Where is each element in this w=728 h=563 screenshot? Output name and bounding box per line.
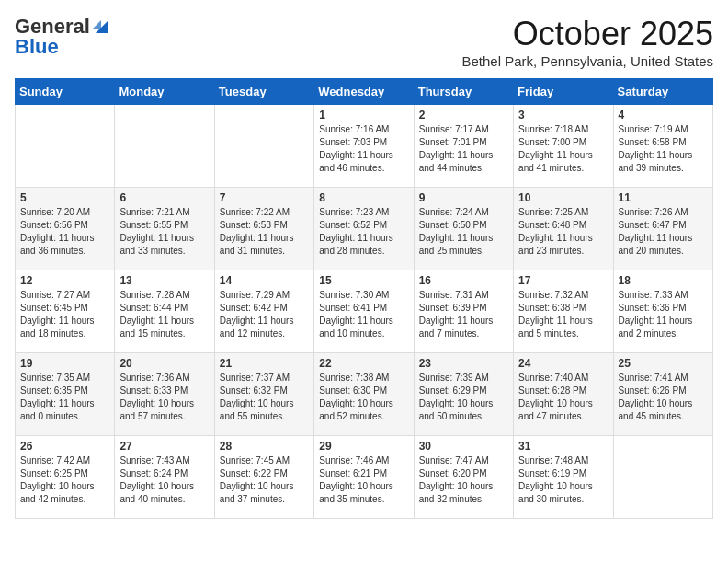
month-title: October 2025: [462, 15, 714, 53]
day-info: Sunrise: 7:24 AM Sunset: 6:50 PM Dayligh…: [419, 206, 508, 258]
day-info: Sunrise: 7:47 AM Sunset: 6:20 PM Dayligh…: [419, 454, 508, 506]
day-info: Sunrise: 7:28 AM Sunset: 6:44 PM Dayligh…: [119, 289, 209, 340]
calendar-week-4: 19Sunrise: 7:35 AM Sunset: 6:35 PM Dayli…: [16, 353, 713, 436]
calendar-cell: 16Sunrise: 7:31 AM Sunset: 6:39 PM Dayli…: [414, 270, 513, 353]
calendar-cell: 30Sunrise: 7:47 AM Sunset: 6:20 PM Dayli…: [414, 436, 513, 519]
day-number: 14: [220, 274, 309, 287]
day-number: 1: [319, 109, 408, 121]
day-number: 31: [518, 440, 608, 453]
day-number: 16: [419, 274, 508, 287]
calendar-cell: 23Sunrise: 7:39 AM Sunset: 6:29 PM Dayli…: [414, 353, 513, 436]
day-number: 2: [419, 109, 508, 121]
day-info: Sunrise: 7:46 AM Sunset: 6:21 PM Dayligh…: [319, 454, 408, 506]
calendar-cell: [214, 105, 313, 188]
day-info: Sunrise: 7:29 AM Sunset: 6:42 PM Dayligh…: [220, 289, 309, 340]
calendar-cell: 24Sunrise: 7:40 AM Sunset: 6:28 PM Dayli…: [514, 353, 613, 436]
calendar-cell: 6Sunrise: 7:21 AM Sunset: 6:55 PM Daylig…: [115, 188, 214, 270]
day-info: Sunrise: 7:32 AM Sunset: 6:38 PM Dayligh…: [518, 289, 608, 340]
calendar-week-1: 1Sunrise: 7:16 AM Sunset: 7:03 PM Daylig…: [16, 105, 713, 188]
day-info: Sunrise: 7:48 AM Sunset: 6:19 PM Dayligh…: [518, 454, 608, 506]
calendar-week-2: 5Sunrise: 7:20 AM Sunset: 6:56 PM Daylig…: [16, 188, 713, 270]
col-header-thursday: Thursday: [414, 79, 513, 105]
day-info: Sunrise: 7:22 AM Sunset: 6:53 PM Dayligh…: [220, 206, 309, 258]
day-info: Sunrise: 7:43 AM Sunset: 6:24 PM Dayligh…: [119, 454, 209, 506]
day-info: Sunrise: 7:33 AM Sunset: 6:36 PM Dayligh…: [619, 289, 708, 340]
calendar-header-row: SundayMondayTuesdayWednesdayThursdayFrid…: [16, 79, 713, 105]
col-header-wednesday: Wednesday: [314, 79, 414, 105]
col-header-sunday: Sunday: [16, 79, 115, 105]
day-info: Sunrise: 7:38 AM Sunset: 6:30 PM Dayligh…: [319, 372, 408, 423]
day-info: Sunrise: 7:45 AM Sunset: 6:22 PM Dayligh…: [220, 454, 309, 506]
day-number: 23: [419, 357, 508, 370]
day-number: 15: [319, 274, 408, 287]
day-number: 6: [119, 191, 209, 204]
calendar-cell: 15Sunrise: 7:30 AM Sunset: 6:41 PM Dayli…: [314, 270, 414, 353]
day-info: Sunrise: 7:41 AM Sunset: 6:26 PM Dayligh…: [619, 372, 708, 423]
calendar-cell: 19Sunrise: 7:35 AM Sunset: 6:35 PM Dayli…: [16, 353, 115, 436]
calendar-cell: 3Sunrise: 7:18 AM Sunset: 7:00 PM Daylig…: [514, 105, 613, 188]
logo-blue-text: Blue: [15, 35, 59, 59]
day-number: 10: [518, 191, 608, 204]
calendar-week-3: 12Sunrise: 7:27 AM Sunset: 6:45 PM Dayli…: [16, 270, 713, 353]
day-number: 22: [319, 357, 408, 370]
calendar-cell: [613, 436, 712, 519]
day-number: 27: [119, 440, 209, 453]
day-number: 18: [619, 274, 708, 287]
day-number: 24: [518, 357, 608, 370]
calendar-week-5: 26Sunrise: 7:42 AM Sunset: 6:25 PM Dayli…: [16, 436, 713, 519]
calendar-cell: 25Sunrise: 7:41 AM Sunset: 6:26 PM Dayli…: [613, 353, 712, 436]
day-info: Sunrise: 7:16 AM Sunset: 7:03 PM Dayligh…: [319, 123, 408, 175]
calendar-cell: 2Sunrise: 7:17 AM Sunset: 7:01 PM Daylig…: [414, 105, 513, 188]
day-info: Sunrise: 7:31 AM Sunset: 6:39 PM Dayligh…: [419, 289, 508, 340]
calendar-cell: 9Sunrise: 7:24 AM Sunset: 6:50 PM Daylig…: [414, 188, 513, 270]
day-number: 26: [20, 440, 109, 453]
day-info: Sunrise: 7:23 AM Sunset: 6:52 PM Dayligh…: [319, 206, 408, 258]
day-info: Sunrise: 7:37 AM Sunset: 6:32 PM Dayligh…: [220, 372, 309, 423]
location-text: Bethel Park, Pennsylvania, United States: [462, 53, 714, 69]
calendar-cell: 11Sunrise: 7:26 AM Sunset: 6:47 PM Dayli…: [613, 188, 712, 270]
calendar-cell: 31Sunrise: 7:48 AM Sunset: 6:19 PM Dayli…: [514, 436, 613, 519]
day-info: Sunrise: 7:30 AM Sunset: 6:41 PM Dayligh…: [319, 289, 408, 340]
logo-bird-icon: [92, 17, 108, 37]
col-header-monday: Monday: [115, 79, 214, 105]
day-info: Sunrise: 7:36 AM Sunset: 6:33 PM Dayligh…: [119, 372, 209, 423]
calendar-table: SundayMondayTuesdayWednesdayThursdayFrid…: [15, 78, 713, 519]
day-info: Sunrise: 7:39 AM Sunset: 6:29 PM Dayligh…: [419, 372, 508, 423]
day-number: 13: [119, 274, 209, 287]
day-info: Sunrise: 7:40 AM Sunset: 6:28 PM Dayligh…: [518, 372, 608, 423]
calendar-cell: 12Sunrise: 7:27 AM Sunset: 6:45 PM Dayli…: [16, 270, 115, 353]
day-info: Sunrise: 7:26 AM Sunset: 6:47 PM Dayligh…: [619, 206, 708, 258]
day-number: 19: [20, 357, 109, 370]
day-info: Sunrise: 7:25 AM Sunset: 6:48 PM Dayligh…: [518, 206, 608, 258]
calendar-cell: 1Sunrise: 7:16 AM Sunset: 7:03 PM Daylig…: [314, 105, 414, 188]
page-header: General Blue October 2025 Bethel Park, P…: [15, 15, 713, 69]
calendar-cell: 27Sunrise: 7:43 AM Sunset: 6:24 PM Dayli…: [115, 436, 214, 519]
day-number: 3: [518, 109, 608, 121]
day-number: 11: [619, 191, 708, 204]
day-info: Sunrise: 7:17 AM Sunset: 7:01 PM Dayligh…: [419, 123, 508, 175]
calendar-cell: 7Sunrise: 7:22 AM Sunset: 6:53 PM Daylig…: [214, 188, 313, 270]
logo: General Blue: [15, 15, 108, 59]
title-block: October 2025 Bethel Park, Pennsylvania, …: [462, 15, 714, 69]
calendar-cell: 29Sunrise: 7:46 AM Sunset: 6:21 PM Dayli…: [314, 436, 414, 519]
col-header-tuesday: Tuesday: [214, 79, 313, 105]
day-info: Sunrise: 7:21 AM Sunset: 6:55 PM Dayligh…: [119, 206, 209, 258]
day-number: 25: [619, 357, 708, 370]
calendar-cell: [115, 105, 214, 188]
day-info: Sunrise: 7:19 AM Sunset: 6:58 PM Dayligh…: [619, 123, 708, 175]
calendar-cell: 5Sunrise: 7:20 AM Sunset: 6:56 PM Daylig…: [16, 188, 115, 270]
calendar-cell: 28Sunrise: 7:45 AM Sunset: 6:22 PM Dayli…: [214, 436, 313, 519]
day-number: 8: [319, 191, 408, 204]
calendar-cell: 17Sunrise: 7:32 AM Sunset: 6:38 PM Dayli…: [514, 270, 613, 353]
day-info: Sunrise: 7:27 AM Sunset: 6:45 PM Dayligh…: [20, 289, 109, 340]
day-info: Sunrise: 7:20 AM Sunset: 6:56 PM Dayligh…: [20, 206, 109, 258]
calendar-cell: 26Sunrise: 7:42 AM Sunset: 6:25 PM Dayli…: [16, 436, 115, 519]
day-number: 12: [20, 274, 109, 287]
svg-marker-1: [92, 20, 101, 29]
day-number: 28: [220, 440, 309, 453]
day-number: 9: [419, 191, 508, 204]
day-number: 7: [220, 191, 309, 204]
calendar-cell: 18Sunrise: 7:33 AM Sunset: 6:36 PM Dayli…: [613, 270, 712, 353]
calendar-cell: 4Sunrise: 7:19 AM Sunset: 6:58 PM Daylig…: [613, 105, 712, 188]
calendar-cell: 8Sunrise: 7:23 AM Sunset: 6:52 PM Daylig…: [314, 188, 414, 270]
